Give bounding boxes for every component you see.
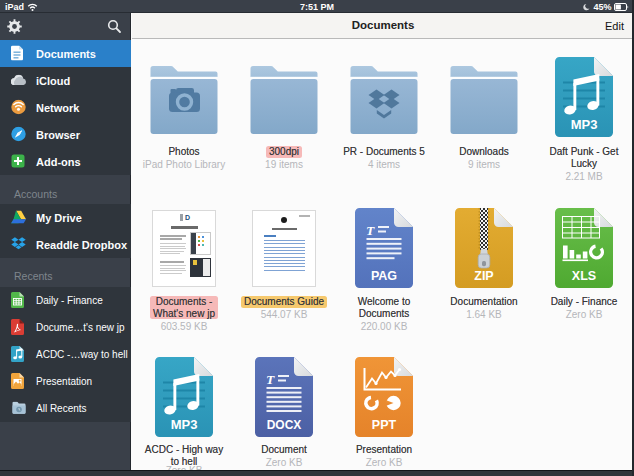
svg-text:MP3: MP3 [171,417,198,432]
svg-text:XLS: XLS [572,269,596,283]
svg-text:DOCX: DOCX [267,418,302,432]
svg-text:T: T [266,372,275,387]
svg-text:PPT: PPT [372,418,397,432]
svg-text:MP3: MP3 [571,117,598,132]
svg-text:ZIP: ZIP [474,269,493,283]
svg-text:PAG: PAG [371,269,397,283]
svg-text:T: T [366,223,375,238]
